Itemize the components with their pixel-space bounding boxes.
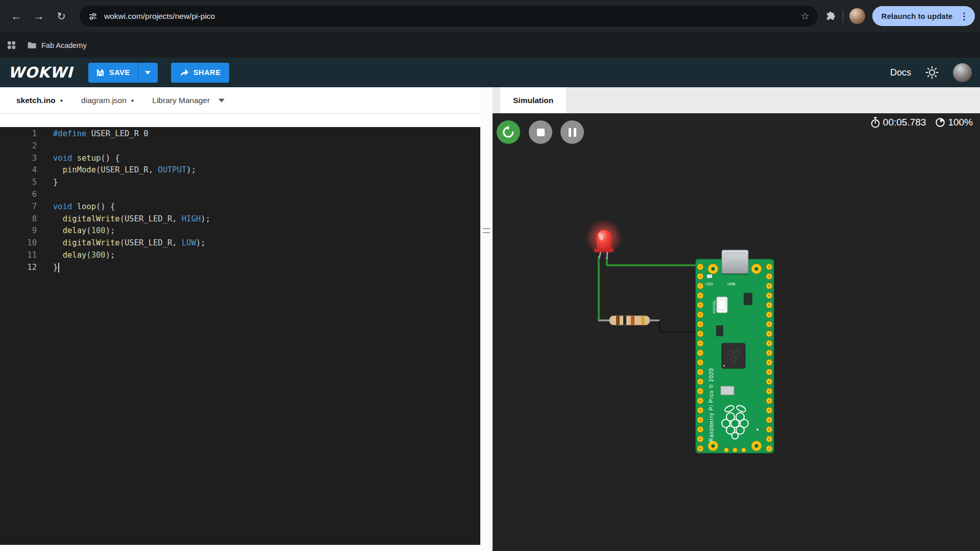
browser-profile-avatar[interactable] <box>849 8 865 24</box>
tab-label: sketch.ino <box>16 96 56 105</box>
tab-label: diagram.json <box>81 96 127 105</box>
code-line: 8 digitalWrite(USER_LED_R, HIGH); <box>0 213 480 226</box>
line-number: 6 <box>0 189 37 201</box>
share-label: SHARE <box>193 68 221 77</box>
code-line: 7void loop() { <box>0 201 480 213</box>
code-editor[interactable]: 1#define USER_LED_R 023void setup() {4 p… <box>0 127 480 545</box>
forward-button[interactable]: → <box>28 5 50 28</box>
code-line: 5} <box>0 177 480 189</box>
line-number: 3 <box>0 153 37 165</box>
simulation-canvas[interactable]: 00:05.783 100% <box>493 113 980 551</box>
share-button[interactable]: SHARE <box>171 63 230 83</box>
bookmark-star-icon[interactable]: ☆ <box>801 10 810 22</box>
apps-grid-icon[interactable] <box>7 41 16 49</box>
save-dropdown-button[interactable] <box>138 63 158 83</box>
line-number: 8 <box>0 213 37 226</box>
led-silk-label: LED <box>705 282 713 286</box>
bootsel-silk-label: BOOTSEL <box>713 300 716 313</box>
save-label: SAVE <box>109 68 130 77</box>
silk-dot <box>756 429 758 431</box>
code-line: 6 <box>0 189 480 201</box>
folder-icon <box>27 41 37 49</box>
reload-button[interactable]: ↻ <box>50 5 72 28</box>
pico-board[interactable]: LED USB BOOTSEL <box>696 250 774 453</box>
code-line: 1#define USER_LED_R 0 <box>0 128 480 140</box>
header-right-cluster: Docs <box>890 63 972 82</box>
save-split-button: SAVE <box>88 63 158 83</box>
simulation-tabbar: Simulation <box>493 87 980 113</box>
line-number: 4 <box>0 164 37 177</box>
editor-tabbar: sketch.ino ● diagram.json ● Library Mana… <box>0 87 480 114</box>
rp2040-chip <box>722 343 745 368</box>
bookmark-folder[interactable]: Fab Academy <box>23 38 91 52</box>
tab-simulation[interactable]: Simulation <box>500 87 566 113</box>
line-number: 9 <box>0 225 37 237</box>
resistor[interactable] <box>599 316 659 325</box>
wokwi-app: ← → ↻ wokwi.com/projects/new/pi-pico ☆ R… <box>0 0 980 551</box>
pane-splitter[interactable] <box>480 87 493 551</box>
dirty-dot: ● <box>131 98 134 103</box>
code-line: 3void setup() { <box>0 153 480 165</box>
dirty-dot: ● <box>60 98 63 103</box>
line-number: 5 <box>0 177 37 189</box>
wire-black[interactable] <box>659 320 700 332</box>
code-line: 11 delay(300); <box>0 249 480 262</box>
save-floppy-icon <box>96 68 105 77</box>
usb-silk-label: USB <box>727 282 735 286</box>
tune-icon[interactable] <box>88 11 98 21</box>
resistor-band <box>623 316 626 325</box>
relaunch-button[interactable]: Relaunch to update ⋮ <box>872 6 975 26</box>
tab-diagram-json[interactable]: diagram.json ● <box>72 87 143 113</box>
save-button[interactable]: SAVE <box>88 63 138 83</box>
wokwi-logo[interactable]: WOKWI <box>8 64 73 81</box>
text-cursor <box>58 263 59 272</box>
wire-green[interactable] <box>599 257 698 320</box>
browser-menu-icon[interactable]: ⋮ <box>958 11 971 22</box>
bookmark-folder-label: Fab Academy <box>41 41 87 49</box>
relaunch-label: Relaunch to update <box>881 12 952 20</box>
line-number: 2 <box>0 140 37 153</box>
share-arrow-icon <box>180 68 189 77</box>
tab-label: Library Manager <box>152 96 210 105</box>
tab-library-manager[interactable]: Library Manager <box>143 87 234 113</box>
flash-chip <box>721 386 734 395</box>
pico-pads-bottom <box>724 448 746 453</box>
back-button[interactable]: ← <box>5 5 28 28</box>
code-line: 2 <box>0 140 480 153</box>
resistor-band <box>631 316 634 325</box>
chevron-down-icon <box>218 98 225 103</box>
browser-toolbar: ← → ↻ wokwi.com/projects/new/pi-pico ☆ R… <box>0 0 980 33</box>
code-line: 12} <box>0 262 480 274</box>
line-number: 7 <box>0 201 37 213</box>
simulation-pane: Simulation <box>493 87 980 551</box>
extensions-icon[interactable] <box>825 10 837 22</box>
smd-component <box>744 293 752 305</box>
code-line: 4 pinMode(USER_LED_R, OUTPUT); <box>0 164 480 177</box>
line-number: 12 <box>0 262 37 274</box>
editor-pane: sketch.ino ● diagram.json ● Library Mana… <box>0 87 480 551</box>
url-text: wokwi.com/projects/new/pi-pico <box>104 12 215 21</box>
url-bar[interactable]: wokwi.com/projects/new/pi-pico ☆ <box>80 6 818 27</box>
smd-component <box>716 325 723 336</box>
docs-link[interactable]: Docs <box>890 67 911 78</box>
code-line: 9 delay(100); <box>0 225 480 237</box>
user-avatar[interactable] <box>953 63 972 82</box>
app-header: WOKWI SAVE SHARE <box>0 58 980 87</box>
chevron-down-icon <box>145 71 151 74</box>
tab-sketch-ino[interactable]: sketch.ino ● <box>7 87 72 113</box>
resistor-band <box>641 316 645 325</box>
code-line: 10 digitalWrite(USER_LED_R, LOW); <box>0 237 480 249</box>
theme-sun-icon[interactable] <box>925 66 939 79</box>
toolbar-divider <box>843 10 843 22</box>
line-number: 10 <box>0 237 37 249</box>
onboard-led <box>707 274 712 278</box>
line-number: 1 <box>0 128 37 140</box>
line-number: 11 <box>0 249 37 262</box>
bookmarks-bar: Fab Academy <box>0 33 980 58</box>
resistor-band <box>616 316 620 325</box>
board-silk-text: Raspberry Pi Pico © 2020 <box>708 368 714 442</box>
circuit-svg: LED USB BOOTSEL <box>493 113 980 551</box>
splitter-grip-icon <box>483 228 490 236</box>
